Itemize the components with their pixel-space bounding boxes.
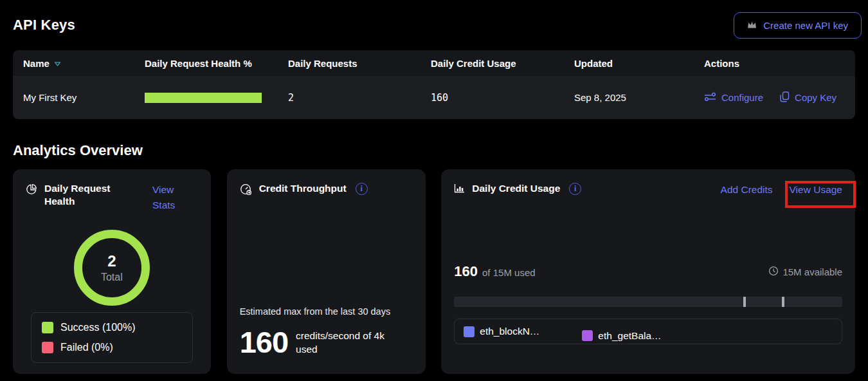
column-label: Daily Requests: [288, 58, 357, 69]
column-label: Daily Credit Usage: [431, 58, 516, 69]
column-label: Daily Request Health %: [145, 58, 252, 69]
configure-button[interactable]: Configure: [704, 92, 763, 104]
card-header: Daily Request Health View Stats: [26, 182, 198, 213]
credit-throughput-card: Credit Throughput i Estimated max from t…: [227, 169, 426, 374]
health-legend: Success (100%) Failed (0%): [31, 312, 193, 363]
column-header-daily-requests: Daily Requests: [288, 58, 431, 69]
usage-links: Add Credits View Usage: [721, 182, 842, 198]
throughput-value: 160: [240, 327, 288, 357]
crown-icon: [747, 20, 757, 31]
api-key-name: My First Key: [23, 92, 145, 103]
view-usage-link[interactable]: View Usage: [790, 182, 842, 198]
legend-item-eth-blocknumber: eth_blockN…: [464, 326, 539, 337]
donut-total-value: 2: [107, 252, 116, 270]
usage-bar-marker: [782, 297, 784, 307]
table-header-row: Name Daily Request Health % Daily Reques…: [13, 50, 855, 76]
column-header-updated: Updated: [574, 58, 704, 69]
analytics-overview-title: Analytics Overview: [13, 142, 855, 159]
credits-available-label: 15M available: [782, 266, 842, 277]
column-header-name[interactable]: Name: [23, 58, 145, 69]
pie-chart-icon: [26, 183, 37, 198]
column-label: Actions: [704, 58, 739, 69]
health-bar-track: [145, 93, 262, 103]
updated-value: Sep 8, 2025: [574, 92, 704, 103]
legend-label: eth_blockN…: [480, 326, 539, 337]
gauge-icon: [240, 183, 252, 198]
donut-ring: 2 Total: [74, 230, 150, 306]
column-label: Name: [23, 58, 50, 69]
card-header: Credit Throughput i: [240, 182, 413, 198]
add-credits-link[interactable]: Add Credits: [721, 182, 773, 198]
daily-request-health-card: Daily Request Health View Stats 2 Total …: [13, 169, 211, 374]
info-icon[interactable]: i: [356, 183, 368, 195]
eth-blocknumber-swatch: [464, 326, 475, 337]
credits-used-value: 160: [454, 263, 478, 280]
usage-summary-row: 160 of 15M used 15M available: [454, 263, 842, 280]
health-bar-fill: [145, 93, 262, 103]
success-swatch: [42, 322, 53, 333]
donut-total-label: Total: [101, 272, 123, 283]
column-header-daily-credit-usage: Daily Credit Usage: [431, 58, 574, 69]
failed-swatch: [42, 342, 53, 353]
daily-requests-value: 2: [288, 92, 431, 104]
card-title: Daily Credit Usage: [472, 182, 560, 195]
card-title: Credit Throughput: [259, 182, 347, 195]
daily-credit-usage-value: 160: [431, 92, 574, 104]
usage-bar-marker: [743, 297, 746, 307]
copy-icon: [780, 91, 790, 104]
page-title: API Keys: [13, 17, 75, 33]
page-header: API Keys Create new API key: [0, 0, 868, 40]
column-header-health: Daily Request Health %: [145, 58, 288, 69]
daily-credit-usage-card: Daily Credit Usage i Add Credits View Us…: [441, 169, 855, 374]
health-cell: [145, 93, 288, 103]
clock-icon: [768, 266, 779, 278]
sort-descending-icon[interactable]: [54, 58, 61, 69]
view-stats-link[interactable]: View Stats: [152, 182, 182, 213]
column-label: Updated: [574, 58, 613, 69]
credits-available: 15M available: [768, 266, 842, 278]
credit-usage-bar: [454, 297, 842, 307]
copy-key-label: Copy Key: [795, 92, 836, 103]
bar-chart-icon: [454, 183, 465, 196]
table-row: My First Key 2 160 Sep 8, 2025 Conf: [13, 76, 855, 119]
usage-legend: eth_blockN… eth_getBala…: [454, 319, 842, 344]
throughput-note: Estimated max from the last 30 days: [240, 306, 413, 317]
info-icon[interactable]: i: [569, 183, 581, 195]
legend-label: Success (100%): [60, 322, 136, 333]
legend-item-success: Success (100%): [42, 322, 182, 333]
create-api-key-label: Create new API key: [763, 20, 848, 31]
sliders-icon: [704, 92, 716, 104]
eth-getbalance-swatch: [582, 330, 593, 341]
actions-cell: Configure Copy Key: [704, 91, 855, 104]
create-api-key-button[interactable]: Create new API key: [734, 12, 862, 39]
copy-key-button[interactable]: Copy Key: [780, 91, 836, 104]
throughput-body: Estimated max from the last 30 days 160 …: [240, 306, 413, 361]
card-title: Daily Request Health: [44, 182, 116, 208]
legend-item-failed: Failed (0%): [42, 342, 182, 353]
analytics-cards: Daily Request Health View Stats 2 Total …: [13, 169, 855, 374]
legend-label: Failed (0%): [60, 342, 113, 353]
throughput-unit: credits/second of 4k used: [296, 329, 399, 356]
dashboard-page: API Keys Create new API key Name Daily R…: [0, 0, 868, 381]
column-header-actions: Actions: [704, 58, 855, 69]
legend-label: eth_getBala…: [598, 330, 661, 342]
legend-item-eth-getbalance: eth_getBala…: [582, 330, 661, 342]
card-header: Daily Credit Usage i Add Credits View Us…: [454, 182, 842, 198]
configure-label: Configure: [721, 92, 763, 103]
api-keys-table: Name Daily Request Health % Daily Reques…: [13, 50, 855, 119]
throughput-value-row: 160 credits/second of 4k used: [240, 327, 413, 357]
credits-used-suffix: of 15M used: [482, 267, 536, 278]
health-donut-chart: 2 Total: [26, 230, 198, 306]
